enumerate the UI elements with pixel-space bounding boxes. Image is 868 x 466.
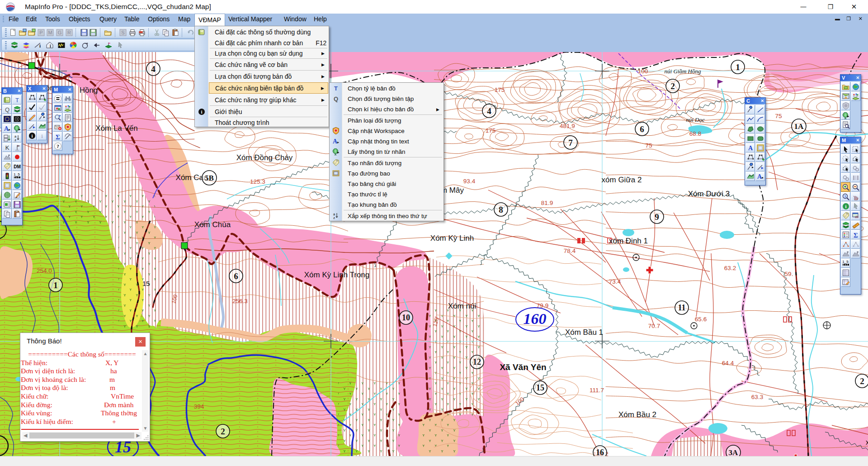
svg-text:z: z: [14, 138, 16, 142]
svg-text:160: 160: [524, 310, 547, 327]
svg-text:81.9: 81.9: [541, 200, 553, 206]
svg-text:1: 1: [53, 281, 58, 290]
svg-text:6: 6: [234, 271, 238, 281]
svg-text:2: 2: [221, 427, 225, 436]
svg-text:8: 8: [499, 205, 503, 214]
svg-text:1: 1: [736, 62, 740, 72]
svg-text:79.9: 79.9: [537, 302, 548, 309]
svg-text:63.2: 63.2: [724, 265, 736, 271]
svg-text:Xóm Bầu 2: Xóm Bầu 2: [618, 410, 656, 419]
svg-text:Xóm Kỳ Linh: Xóm Kỳ Linh: [430, 234, 474, 243]
svg-text:DM: DM: [14, 164, 21, 169]
svg-text:Xóm La Vến: Xóm La Vến: [95, 124, 138, 133]
svg-text:i: i: [41, 133, 43, 139]
svg-text:R: R: [67, 30, 71, 35]
svg-text:100: 100: [638, 68, 648, 75]
svg-text:G: G: [58, 30, 62, 35]
svg-text:2: 2: [860, 376, 864, 386]
svg-text:1_5: 1_5: [842, 260, 849, 264]
svg-text:A: A: [748, 145, 753, 152]
svg-text:xóm Đ: xóm Đ: [866, 438, 868, 446]
svg-text:93.4: 93.4: [463, 178, 476, 185]
svg-text:9: 9: [655, 212, 659, 222]
svg-text:254.0: 254.0: [37, 267, 52, 274]
svg-text:núi Giầm Hồng: núi Giầm Hồng: [665, 68, 701, 75]
svg-text:K: K: [5, 144, 9, 151]
svg-text:1A: 1A: [794, 122, 804, 131]
svg-text:Xóm Dưới 3: Xóm Dưới 3: [688, 190, 730, 198]
svg-text:6: 6: [640, 124, 644, 134]
svg-text:Xóm núi: Xóm núi: [448, 302, 476, 310]
svg-text:64.4: 64.4: [722, 360, 734, 366]
svg-text:xóm Đinh 1: xóm Đinh 1: [609, 237, 648, 245]
svg-text:núi Dọc: núi Dọc: [686, 116, 705, 123]
svg-text:59.: 59.: [785, 271, 793, 277]
svg-text:63.3: 63.3: [751, 394, 763, 400]
svg-text:7: 7: [568, 138, 573, 147]
svg-text:65.6: 65.6: [695, 316, 707, 323]
svg-text:Q: Q: [5, 106, 9, 113]
svg-text:P: P: [39, 30, 42, 35]
svg-text:Xóm Bầu 1: Xóm Bầu 1: [565, 328, 603, 337]
svg-text:?: ?: [57, 143, 59, 149]
svg-text:i: i: [31, 133, 33, 138]
svg-text:4: 4: [487, 106, 491, 116]
svg-text:12: 12: [473, 357, 481, 366]
svg-text:S: S: [122, 30, 125, 35]
svg-text:68.8: 68.8: [689, 130, 701, 137]
svg-text:481.9: 481.9: [560, 123, 575, 129]
svg-text:i: i: [39, 43, 41, 48]
svg-text:Σ: Σ: [854, 231, 858, 238]
svg-text:A: A: [757, 173, 762, 180]
svg-text:15: 15: [142, 280, 150, 287]
svg-text:15: 15: [536, 383, 544, 392]
svg-text:T: T: [15, 97, 19, 104]
svg-text:5B: 5B: [205, 174, 214, 182]
svg-text:Xóm Đồng Cháy: Xóm Đồng Cháy: [236, 153, 293, 162]
svg-text:175: 175: [486, 127, 496, 134]
svg-text:i: i: [845, 204, 846, 209]
svg-text:A: A: [333, 138, 338, 145]
svg-text:10: 10: [402, 313, 410, 322]
svg-text:11: 11: [678, 303, 685, 312]
svg-text:Xóm Kỳ Linh Trong: Xóm Kỳ Linh Trong: [304, 271, 370, 279]
svg-text:Xóm Chùa: Xóm Chùa: [194, 220, 231, 229]
svg-text:z: z: [333, 216, 335, 220]
svg-text:i: i: [50, 43, 51, 48]
svg-text:Hồng: Hồng: [80, 86, 98, 95]
svg-text:125.3: 125.3: [250, 178, 265, 185]
svg-text:?: ?: [844, 194, 846, 198]
svg-text:78.4: 78.4: [564, 247, 576, 254]
svg-text:M: M: [48, 30, 52, 35]
svg-text:2: 2: [670, 81, 675, 91]
svg-text:111.7: 111.7: [590, 387, 604, 394]
svg-text:256.3: 256.3: [232, 298, 248, 304]
svg-text:73.4: 73.4: [609, 278, 621, 285]
svg-text:1_5: 1_5: [14, 172, 20, 176]
svg-text:4: 4: [151, 64, 156, 74]
svg-text:394: 394: [194, 403, 204, 410]
svg-text:70.7: 70.7: [648, 323, 660, 329]
svg-text:175: 175: [495, 86, 505, 93]
svg-text:A: A: [4, 125, 9, 132]
svg-text:i: i: [201, 109, 202, 114]
svg-text:75: 75: [645, 142, 652, 149]
svg-text:Σ: Σ: [56, 133, 60, 140]
svg-text:Xã Văn Yên: Xã Văn Yên: [500, 362, 546, 372]
svg-text:xóm Giữa 2: xóm Giữa 2: [602, 176, 642, 184]
svg-text:75: 75: [775, 113, 782, 119]
